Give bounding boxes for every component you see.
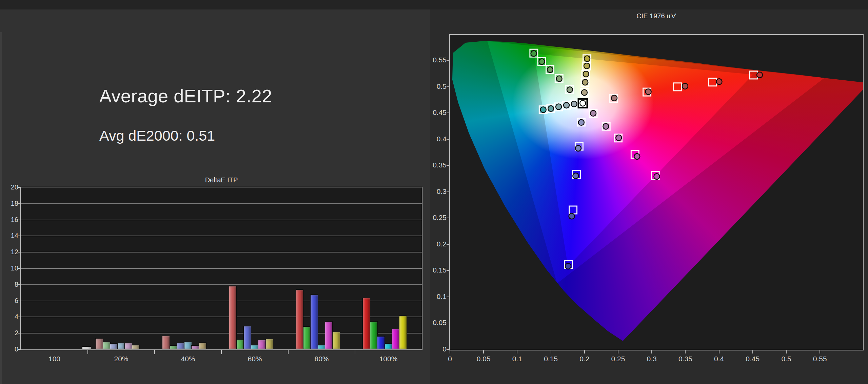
- measured-point-blue-20%: [578, 120, 584, 125]
- measured-point-cyan-40%: [564, 102, 569, 108]
- measured-point-blue-100%: [565, 263, 571, 269]
- measured-point-white-100: [580, 100, 586, 106]
- bar-ytick-label-8: 8: [4, 281, 18, 288]
- bar-60%-green: [236, 339, 244, 349]
- cie-ylabel-0.05: 0.05: [420, 319, 447, 327]
- measured-point-blue-40%: [575, 145, 581, 151]
- cie-xlabel-0.2: 0.2: [571, 355, 598, 363]
- bar-group-tick-4: [288, 350, 289, 354]
- bar-80%-cyan: [318, 345, 326, 349]
- bar-xlabel-100: 100: [21, 355, 88, 363]
- bar-20%-blue: [110, 343, 118, 349]
- measured-point-yellow-80%: [584, 63, 590, 69]
- bar-ytick-label-2: 2: [4, 329, 18, 337]
- cie-xtick-0.35: [685, 350, 686, 353]
- bar-100%-green: [370, 321, 378, 349]
- gridline-4: [21, 317, 422, 317]
- bar-80%-green: [303, 326, 311, 349]
- bar-40%-green: [170, 345, 177, 349]
- cie-xtick-0.15: [551, 350, 551, 353]
- cie-xtick-0.25: [618, 350, 618, 353]
- cie-xtick-0.5: [786, 350, 787, 353]
- cie-ylabel-0.35: 0.35: [420, 161, 447, 169]
- measured-point-red-60%: [682, 83, 688, 89]
- bar-60%-red: [229, 286, 237, 349]
- measured-point-yellow-20%: [581, 89, 587, 95]
- cie-ylabel-0.3: 0.3: [420, 187, 447, 196]
- bar-ytick-mark-20: [18, 187, 21, 188]
- bar-100%-yellow: [399, 316, 407, 349]
- bar-60%-yellow: [265, 339, 273, 349]
- bar-100%-red: [362, 298, 370, 349]
- bar-60%-cyan: [251, 345, 259, 349]
- bar-20%-red: [95, 338, 103, 349]
- bar-xlabel-20%: 20%: [88, 355, 155, 363]
- bar-20%-magenta: [124, 343, 132, 349]
- gridline-18: [21, 203, 422, 204]
- measured-point-green-80%: [539, 59, 545, 64]
- cie-ytick-0.1: [447, 297, 450, 297]
- bar-group-tick-2: [154, 350, 155, 354]
- measured-point-magenta-60%: [616, 135, 622, 141]
- bar-20%-green: [103, 342, 111, 349]
- cie-xlabel-0.4: 0.4: [706, 355, 733, 363]
- gridline-6: [21, 301, 422, 301]
- bar-xlabel-40%: 40%: [155, 355, 221, 363]
- bar-ytick-mark-18: [18, 203, 21, 204]
- bar-60%-blue: [243, 326, 251, 349]
- bar-40%-magenta: [191, 345, 199, 349]
- bar-20%-cyan: [117, 343, 125, 349]
- bar-100%-blue: [377, 336, 385, 349]
- cie-1976-uv-diagram: 00.050.10.150.20.250.30.350.40.450.50.55…: [450, 35, 863, 350]
- avg-de2000-value: Avg dE2000: 0.51: [99, 127, 272, 144]
- bar-ytick-label-18: 18: [4, 200, 18, 207]
- bar-xlabel-100%: 100%: [355, 355, 422, 363]
- gridline-2: [21, 333, 422, 334]
- cie-ylabel-0.15: 0.15: [420, 266, 447, 274]
- measured-point-yellow-100%: [584, 56, 590, 62]
- bar-ytick-label-16: 16: [4, 216, 18, 224]
- bar-ytick-mark-2: [18, 333, 21, 334]
- bar-100-white: [82, 346, 91, 349]
- cie-xtick-0.05: [483, 350, 484, 353]
- cie-xtick-0.45: [752, 350, 753, 353]
- bar-40%-yellow: [199, 342, 206, 349]
- bar-ytick-mark-6: [18, 301, 21, 301]
- cie-xlabel-0.35: 0.35: [672, 355, 699, 363]
- bar-40%-red: [162, 336, 170, 349]
- cie-xtick-0.4: [719, 350, 719, 353]
- bar-20%-yellow: [132, 345, 140, 349]
- bar-ytick-mark-10: [18, 268, 21, 269]
- bar-80%-yellow: [332, 332, 340, 349]
- measured-point-green-100%: [531, 50, 537, 56]
- bar-ytick-label-14: 14: [4, 232, 18, 240]
- bar-ytick-mark-8: [18, 284, 21, 285]
- cie-ytick-0.55: [447, 60, 450, 61]
- cie-xlabel-0.25: 0.25: [605, 355, 632, 363]
- cie-xlabel-0.55: 0.55: [806, 355, 833, 363]
- target-square-red-60%: [674, 83, 682, 91]
- bar-80%-blue: [310, 295, 318, 349]
- measured-point-red-40%: [646, 89, 651, 95]
- measured-point-red-100%: [757, 72, 763, 78]
- cie-ytick-0.45: [447, 113, 450, 113]
- measured-point-magenta-100%: [654, 174, 660, 179]
- window-left-edge: [0, 32, 2, 384]
- measured-point-magenta-80%: [634, 154, 640, 159]
- cie-ytick-0.15: [447, 270, 450, 271]
- bar-ytick-label-6: 6: [4, 297, 18, 305]
- bar-100%-cyan: [384, 343, 392, 349]
- target-square-blue-80%: [569, 206, 577, 214]
- window-top-strip: [0, 0, 868, 9]
- cie-ytick-0.25: [447, 218, 450, 218]
- cie-ytick-0.5: [447, 86, 450, 87]
- target-square-red-80%: [709, 78, 716, 86]
- measured-point-magenta-40%: [603, 123, 609, 129]
- bar-ytick-label-12: 12: [4, 248, 18, 256]
- cie-xlabel-0.05: 0.05: [470, 355, 497, 363]
- calman-report-screen: Average dEITP: 2.22 Avg dE2000: 0.51 Del…: [0, 0, 868, 384]
- measured-point-green-40%: [556, 76, 562, 82]
- bar-ytick-label-4: 4: [4, 313, 18, 321]
- cie-chart-title: CIE 1976 u'v': [450, 12, 863, 20]
- measured-point-green-20%: [567, 87, 573, 93]
